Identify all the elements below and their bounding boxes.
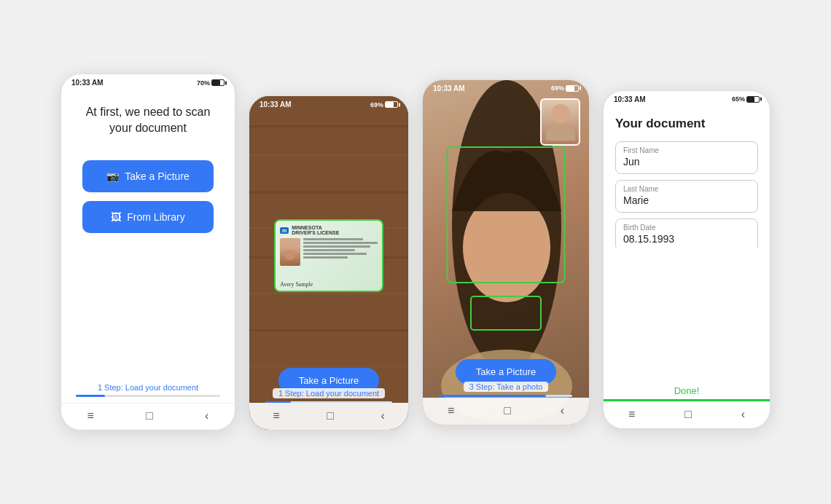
face-body-frame <box>469 295 542 331</box>
phone-1: 10:33 AM 70% At first, we need to scan y… <box>61 74 235 430</box>
time-3: 10:33 AM <box>433 84 465 92</box>
svg-rect-14 <box>448 147 565 283</box>
last-name-value: Marie <box>623 194 750 206</box>
nav-bar-4: ≡ □ ‹ <box>604 401 770 428</box>
phone1-content: At first, we need to scan your document … <box>61 90 235 242</box>
step-area-2: 1 Step: Load your document <box>249 388 408 403</box>
first-name-value: Jun <box>623 156 750 168</box>
battery-4: 65% <box>732 95 760 103</box>
status-bar-4: 10:33 AM 65% <box>604 91 770 106</box>
phone-3: 10:33 AM 69% <box>422 79 590 425</box>
birth-date-label: Birth Date <box>623 224 750 232</box>
nav-menu-4[interactable]: ≡ <box>628 408 635 421</box>
nav-menu-3[interactable]: ≡ <box>448 404 454 417</box>
id-signature: Avery Sample <box>280 281 313 288</box>
step-label-2: 1 Step: Load your document <box>273 388 385 398</box>
nav-home-1[interactable]: □ <box>146 409 153 422</box>
mn-logo: m <box>280 227 289 234</box>
battery-3: 69% <box>551 84 579 92</box>
camera-btn-area-3: Take a Picture <box>423 359 589 385</box>
face-thumb-head <box>551 104 570 123</box>
step-progress-3 <box>440 395 572 397</box>
camera-icon: 📷 <box>106 170 119 182</box>
face-thumbnail <box>540 98 580 146</box>
time-4: 10:33 AM <box>614 95 646 103</box>
nav-back-2[interactable]: ‹ <box>381 409 384 422</box>
progress-fill-1 <box>76 395 105 397</box>
status-bar-3: 10:33 AM 69% <box>423 80 589 95</box>
nav-back-4[interactable]: ‹ <box>741 408 745 421</box>
nav-back-3[interactable]: ‹ <box>561 404 564 417</box>
nav-bar-2: ≡ □ ‹ <box>249 403 408 430</box>
nav-home-4[interactable]: □ <box>684 408 692 421</box>
take-picture-button-3[interactable]: Take a Picture <box>456 359 556 385</box>
face-thumb-body <box>546 126 575 141</box>
library-icon: 🖼 <box>111 211 121 223</box>
document-content: Your document First Name Jun Last Name M… <box>604 106 770 248</box>
id-photo-head <box>285 250 295 260</box>
document-title: Your document <box>615 117 758 131</box>
last-name-field[interactable]: Last Name Marie <box>615 180 758 213</box>
done-label: Done! <box>604 379 770 399</box>
phone-4: 10:33 AM 65% Your document First Name Ju… <box>603 90 770 429</box>
id-photo <box>280 238 300 266</box>
nav-home-3[interactable]: □ <box>504 404 511 417</box>
id-card-overlay: m MINNESOTADRIVER'S LICENSE <box>274 219 383 292</box>
nav-back-1[interactable]: ‹ <box>205 409 208 422</box>
svg-rect-15 <box>471 296 541 330</box>
nav-menu-2[interactable]: ≡ <box>273 409 279 422</box>
step-label-3: 3 Step: Take a photo <box>464 382 549 392</box>
first-name-field[interactable]: First Name Jun <box>615 141 758 174</box>
last-name-label: Last Name <box>623 185 750 193</box>
nav-bar-1: ≡ □ ‹ <box>61 403 235 430</box>
battery-1: 70% <box>197 79 225 87</box>
status-bar-1: 10:33 AM 70% <box>61 74 235 90</box>
id-card: m MINNESOTADRIVER'S LICENSE <box>274 219 383 292</box>
from-library-button[interactable]: 🖼 From Library <box>82 201 214 233</box>
phone-2: 10:33 AM 69% m MINNESOTADRIVER'S LICENSE <box>249 95 409 430</box>
face-detection-frame <box>446 146 566 284</box>
take-picture-button[interactable]: 📷 Take a Picture <box>82 160 214 192</box>
first-name-label: First Name <box>623 146 750 154</box>
nav-home-2[interactable]: □ <box>327 409 334 422</box>
time-1: 10:33 AM <box>71 79 104 87</box>
step-area-3: 3 Step: Take a photo <box>423 382 589 397</box>
birth-date-value: 08.15.1993 <box>623 233 750 245</box>
progress-bar-1 <box>76 395 220 397</box>
nav-bar-3: ≡ □ ‹ <box>423 398 589 425</box>
id-text-lines <box>303 238 378 286</box>
time-2: 10:33 AM <box>260 101 292 109</box>
step-label-1: 1 Step: Load your document <box>76 383 220 392</box>
status-bar-2: 10:33 AM 69% <box>249 96 408 111</box>
id-card-title: MINNESOTADRIVER'S LICENSE <box>292 225 339 235</box>
battery-2: 69% <box>370 101 398 109</box>
birth-date-field[interactable]: Birth Date 08.15.1993 <box>615 218 758 248</box>
step-progress-fill-3 <box>440 395 546 397</box>
nav-menu-1[interactable]: ≡ <box>87 409 94 422</box>
scan-title: At first, we need to scan your document <box>76 104 220 137</box>
